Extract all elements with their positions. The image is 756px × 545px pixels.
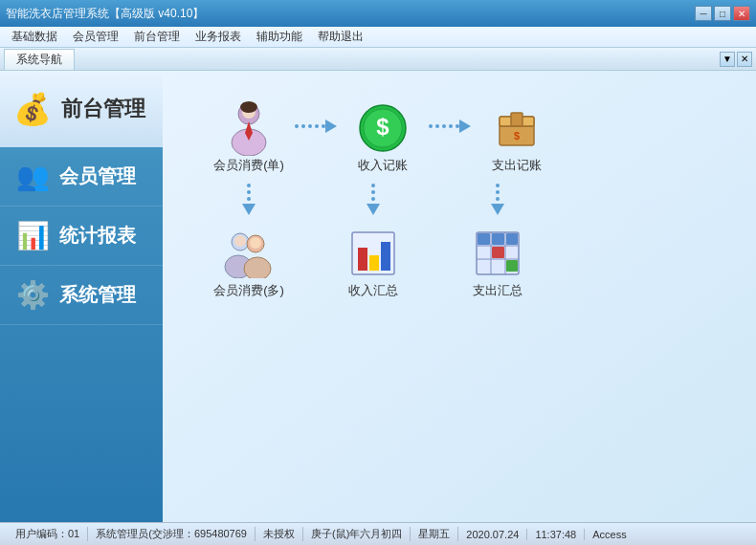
label-member-consume-single: 会员消费(单) [213, 157, 284, 174]
member-icon: 👥 [15, 161, 50, 192]
maximize-button[interactable]: □ [714, 6, 731, 21]
svg-rect-10 [511, 113, 523, 126]
svg-rect-28 [478, 233, 490, 245]
label-member-consume-multi: 会员消费(多) [213, 282, 284, 299]
flow-col-2-top: $ 收入记账 [335, 99, 431, 174]
svg-rect-31 [492, 247, 504, 258]
menu-assistant[interactable]: 辅助功能 [249, 27, 310, 47]
sidebar-item-system[interactable]: ⚙️ 系统管理 [0, 266, 163, 325]
status-manager: 系统管理员(交涉理：695480769 [88, 527, 256, 541]
flow-col-3-bottom: 支出汇总 [450, 225, 545, 299]
status-db: Access [585, 529, 634, 540]
status-chinese-date: 庚子(鼠)年六月初四 [303, 527, 411, 541]
sidebar-item-member[interactable]: 👥 会员管理 [0, 147, 163, 207]
svg-rect-30 [506, 233, 518, 245]
income-account-icon[interactable]: $ [354, 99, 411, 157]
status-auth: 未授权 [256, 527, 303, 541]
sidebar-title: 前台管理 [61, 95, 145, 123]
minimize-button[interactable]: ─ [695, 6, 712, 21]
label-income-summary: 收入汇总 [348, 282, 398, 299]
svg-rect-21 [369, 255, 379, 271]
nav-tab-bar: 系统导航 ▼ ✕ [0, 48, 756, 71]
svg-point-17 [250, 237, 261, 249]
title-bar: 智能洗衣店管理系统【高级版 v40.10】 ─ □ ✕ [0, 0, 756, 27]
svg-rect-32 [506, 260, 518, 272]
app-title: 智能洗衣店管理系统【高级版 v40.10】 [6, 6, 204, 22]
status-date-num: 2020.07.24 [458, 529, 527, 540]
expense-account-icon[interactable]: $ [488, 99, 545, 157]
sidebar-label-member: 会员管理 [59, 164, 136, 189]
label-income-account: 收入记账 [358, 157, 408, 174]
flow-col-1-bottom: 会员消费(多) [201, 225, 297, 299]
nav-close-btn[interactable]: ✕ [737, 52, 752, 67]
svg-point-4 [240, 101, 257, 113]
nav-tab-sys[interactable]: 系统导航 [4, 49, 75, 70]
nav-dropdown-btn[interactable]: ▼ [720, 52, 735, 67]
menu-help-exit[interactable]: 帮助退出 [310, 27, 371, 47]
sidebar-item-stats[interactable]: 📊 统计报表 [0, 207, 163, 266]
svg-point-18 [244, 257, 271, 278]
sidebar: 💰 前台管理 👥 会员管理 📊 统计报表 ⚙️ 系统管理 [0, 71, 163, 522]
flow-col-2-bottom: 收入汇总 [325, 225, 421, 299]
label-expense-account: 支出记账 [492, 157, 542, 174]
status-weekday: 星期五 [411, 527, 458, 541]
status-time: 11:37:48 [527, 529, 585, 540]
member-consume-single-icon[interactable] [220, 99, 278, 157]
coin-icon: 💰 [13, 91, 52, 127]
svg-rect-29 [492, 233, 504, 245]
sidebar-label-system: 系统管理 [59, 282, 136, 308]
main-area: 💰 前台管理 👥 会员管理 📊 统计报表 ⚙️ 系统管理 [0, 71, 756, 522]
menu-business-report[interactable]: 业务报表 [188, 27, 249, 47]
menu-bar: 基础数据 会员管理 前台管理 业务报表 辅助功能 帮助退出 [0, 27, 756, 48]
flow-col-1-top: 会员消费(单) [201, 99, 297, 174]
flow-col-3-top: $ 支出记账 [469, 99, 565, 174]
status-user-code: 用户编码：01 [8, 527, 88, 541]
svg-text:$: $ [376, 114, 389, 140]
expense-summary-icon[interactable] [469, 225, 526, 282]
stats-icon: 📊 [15, 220, 50, 251]
window-controls: ─ □ ✕ [695, 6, 750, 21]
sidebar-header: 💰 前台管理 [0, 71, 163, 147]
nav-tab-controls: ▼ ✕ [720, 52, 752, 67]
close-button[interactable]: ✕ [733, 6, 750, 21]
status-bar: 用户编码：01 系统管理员(交涉理：695480769 未授权 庚子(鼠)年六月… [0, 522, 756, 545]
svg-rect-20 [358, 248, 367, 271]
svg-rect-22 [381, 242, 390, 271]
menu-member-mgmt[interactable]: 会员管理 [65, 27, 126, 47]
content-area: 会员消费(单) [163, 71, 756, 522]
label-expense-summary: 支出汇总 [473, 282, 523, 299]
income-summary-icon[interactable] [345, 225, 402, 282]
menu-basic-data[interactable]: 基础数据 [4, 27, 65, 47]
svg-text:$: $ [514, 130, 520, 142]
member-consume-multi-icon[interactable] [220, 225, 278, 282]
gear-icon: ⚙️ [15, 279, 50, 311]
menu-front-desk[interactable]: 前台管理 [126, 27, 188, 47]
sidebar-label-stats: 统计报表 [59, 223, 136, 249]
svg-point-14 [234, 235, 246, 247]
